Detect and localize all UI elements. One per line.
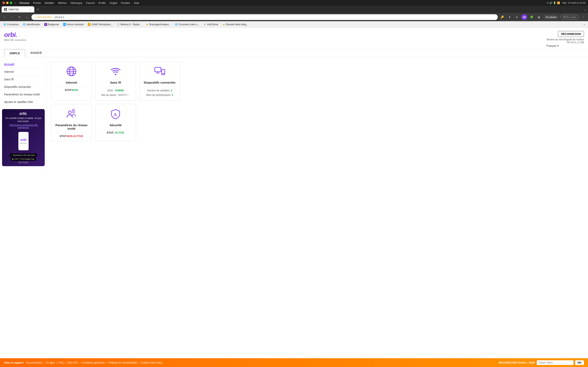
- address-actions: 🔑 ⬆ ★ AB 🧩 ▣ En pause Mettre à jour ⋮: [499, 14, 586, 20]
- modifier-menu[interactable]: Modifier: [45, 1, 54, 4]
- card-sans-fil[interactable]: Sans fil SSID : ORBI85 Mot de passe : on…: [95, 61, 136, 101]
- promo-logo: orbi.: [4, 111, 42, 116]
- mode-tabs: SIMPLE AVANCÉ: [0, 49, 588, 57]
- reseau-invite-card-title: Paramètres du réseau invité: [54, 123, 88, 130]
- aide-menu[interactable]: Aide: [134, 1, 139, 4]
- tab-simple[interactable]: SIMPLE: [4, 49, 25, 57]
- window-controls[interactable]: [2, 2, 12, 4]
- bookmark-infoclimat[interactable]: 🌡 InfoClimat: [202, 23, 220, 26]
- devices-icon: [143, 66, 177, 78]
- back-btn[interactable]: ←: [2, 14, 8, 20]
- securite-card-status: ETAT: ACTIVE: [99, 131, 132, 134]
- sidebar-item-sans-fil[interactable]: Sans fil: [0, 76, 47, 83]
- tab-bar: N RBR760 × + ⌄: [0, 6, 588, 13]
- tab-title: RBR760: [9, 8, 18, 11]
- system-icons: ✈ 🔊 🔋 📶: [547, 1, 560, 4]
- apple-menu[interactable]: : [15, 1, 16, 4]
- bookmark-jumo[interactable]: J JUMO Workplace...: [86, 23, 114, 26]
- sidebar-item-dispositifs[interactable]: Dispositifs connectés: [0, 83, 47, 91]
- tab-avance[interactable]: AVANCÉ: [25, 49, 47, 57]
- card-dispositifs[interactable]: Dispositifs connectés Nombre de satellit…: [139, 61, 180, 101]
- sidebar-item-ajouter-satellite[interactable]: Ajouter le satellite Orbi: [0, 98, 47, 106]
- extensions-btn[interactable]: 🧩: [529, 14, 535, 20]
- dispositifs-card-status: Nombre de satellites: 2 Nbre de périphér…: [143, 89, 177, 97]
- google-play-btn[interactable]: ▶ GET IT ON Google Play: [11, 157, 36, 161]
- chrome-menu[interactable]: Chrome: [19, 1, 29, 4]
- orbi-header-right: DÉCONNEXION Version du micrologiciel du …: [546, 31, 584, 47]
- home-btn[interactable]: ⌂: [24, 14, 30, 20]
- favoris-menu[interactable]: Favoris: [86, 1, 95, 4]
- bookmark-connexion[interactable]: 🌐 Connexion: [2, 23, 20, 26]
- bookmark-meteox[interactable]: 📋 Meteox.fr - Radar...: [115, 23, 143, 26]
- bookmarks-more-btn[interactable]: »: [582, 23, 586, 26]
- tab-more-btn[interactable]: ⌄: [584, 8, 586, 11]
- promo-phone: orbi NETGEAR: [18, 132, 29, 150]
- sidebar-item-internet[interactable]: Internet: [0, 68, 47, 76]
- bookmark-recette-biere[interactable]: 🍺 Recette bière Belg...: [221, 23, 250, 26]
- fenetre-menu[interactable]: Fenêtre: [121, 1, 130, 4]
- sidebar-item-accueil[interactable]: Accueil: [0, 60, 47, 68]
- new-tab-btn[interactable]: +: [35, 7, 41, 12]
- bookmark-favicon-badgeuse: B: [44, 23, 47, 26]
- sans-fil-card-status: SSID : ORBI85 Mot de passe : ond774 ba: [99, 89, 132, 97]
- svg-text:A: A: [113, 112, 117, 117]
- titlebar:  Chrome Fichier Modifier Afficher Histo…: [0, 0, 588, 6]
- cards-row1: Internet ETAT:BON: [51, 61, 584, 101]
- adblock-btn[interactable]: AB: [521, 14, 527, 20]
- card-internet[interactable]: Internet ETAT:BON: [51, 61, 92, 101]
- bookmark-identification[interactable]: 🌐 Identification: [21, 23, 42, 26]
- bookmark-star-btn[interactable]: ★: [514, 14, 520, 20]
- app-store-btn[interactable]:  Download on the App Store: [10, 154, 37, 157]
- cards-row2: Paramètres du réseau invité ETAT:NON ACT…: [51, 104, 584, 141]
- address-bar: ← → ↻ ⌂ ⚠ Non sécurisé | 10.0.0.1 🔑 ⬆ ★ …: [0, 13, 588, 21]
- sidebar-item-reseau-invite[interactable]: Paramètres du réseau invité: [0, 91, 47, 98]
- svg-point-10: [68, 111, 71, 114]
- tab-close-btn[interactable]: ×: [29, 8, 32, 11]
- svg-rect-4: [155, 67, 161, 72]
- bookmark-favicon-comment: 🌐: [175, 23, 178, 26]
- guest-network-icon: [54, 108, 88, 121]
- key-icon: 🔑: [499, 14, 505, 20]
- main-layout: Accueil Internet Sans fil Dispositifs co…: [0, 57, 588, 173]
- fichier-menu[interactable]: Fichier: [33, 1, 41, 4]
- tab-favicon: N: [4, 8, 7, 11]
- promo-link[interactable]: Téléchargez l'application dès maintenant…: [4, 124, 42, 129]
- more-btn[interactable]: ⋮: [580, 14, 586, 20]
- svg-rect-6: [156, 73, 160, 73]
- bookmark-home-assistant[interactable]: HA Home Assistant: [61, 23, 85, 26]
- sans-fil-card-title: Sans fil: [99, 81, 132, 84]
- onglet-menu[interactable]: Onglet: [109, 1, 117, 4]
- langue-select[interactable]: Français ▾: [546, 44, 584, 47]
- card-securite[interactable]: A Sécurité ETAT: ACTIVE: [95, 104, 136, 141]
- content-area: Internet ETAT:BON: [47, 57, 588, 173]
- address-input[interactable]: ⚠ Non sécurisé | 10.0.0.1: [31, 14, 498, 20]
- bookmark-comment-creer[interactable]: 🌐 Comment créer u...: [173, 23, 201, 26]
- mettre-a-jour-btn[interactable]: Mettre à jour: [561, 15, 579, 19]
- minimize-window-btn[interactable]: [6, 2, 9, 4]
- afficher-menu[interactable]: Afficher: [58, 1, 67, 4]
- refresh-btn[interactable]: ↻: [17, 14, 22, 20]
- dispositifs-card-title: Dispositifs connectés: [143, 81, 177, 84]
- orbi-logo-area: orbi. Better WiFi. Everywhere.: [4, 31, 27, 41]
- deconnexion-btn[interactable]: DÉCONNEXION: [558, 31, 584, 37]
- bookmark-favicon-meteox: 📋: [117, 23, 120, 26]
- promo-text: Un contrôle simple et rapide, où que vou…: [4, 117, 42, 123]
- bookmark-favicon-recette: 🍺: [222, 23, 225, 26]
- bookmark-badgeuse[interactable]: B Badgeuse: [43, 23, 61, 26]
- maximize-window-btn[interactable]: [10, 2, 12, 4]
- en-pause-btn[interactable]: En pause: [544, 15, 559, 19]
- profils-menu[interactable]: Profils: [98, 1, 106, 4]
- svg-point-11: [72, 111, 75, 113]
- bookmark-brassage[interactable]: 🍺 BrassageAmateur...: [144, 23, 172, 26]
- sidebar-toggle-btn[interactable]: ▣: [536, 14, 542, 20]
- svg-point-3: [115, 74, 116, 75]
- close-window-btn[interactable]: [2, 2, 5, 4]
- forward-btn[interactable]: →: [9, 14, 15, 20]
- historique-menu[interactable]: Historique: [70, 1, 82, 4]
- card-reseau-invite[interactable]: Paramètres du réseau invité ETAT:NON ACT…: [51, 104, 92, 141]
- active-tab[interactable]: N RBR760 ×: [2, 6, 34, 12]
- share-btn[interactable]: ⬆: [507, 14, 512, 20]
- netgear-label: NETGEAR: [4, 161, 42, 164]
- internet-card-title: Internet: [54, 81, 88, 84]
- orbi-header: orbi. Better WiFi. Everywhere. DÉCONNEXI…: [0, 28, 588, 49]
